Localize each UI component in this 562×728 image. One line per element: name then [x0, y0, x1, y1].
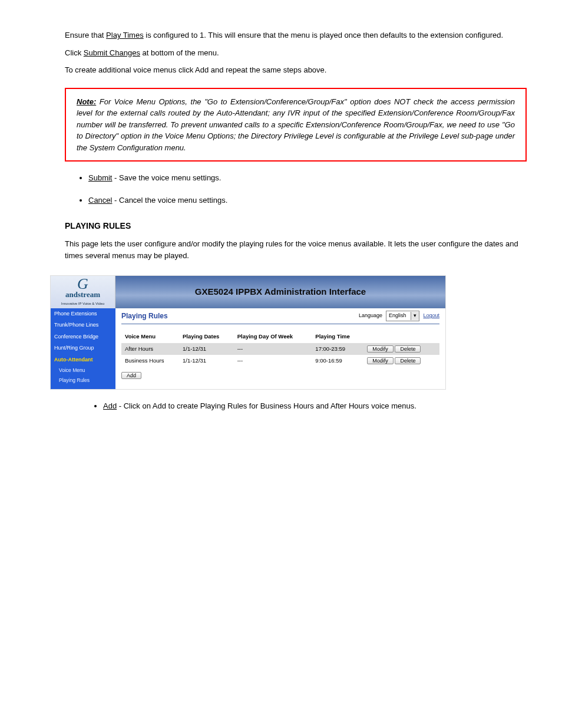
col-playing-dates: Playing Dates [179, 330, 234, 343]
logo-brand: andstream [65, 290, 100, 299]
logo-tagline: Innovative IP Voice & Video [61, 302, 105, 305]
doc-add-list: Add - Click on Add to create Playing Rul… [103, 400, 527, 412]
cell-voice-menu: After Hours [121, 343, 179, 355]
table-row: After Hours 1/1-12/31 --- 17:00-23:59 Mo… [121, 343, 439, 355]
doc-para-play-times: Ensure that Play Times is configured to … [65, 29, 527, 41]
rules-table: Voice Menu Playing Dates Playing Day Of … [121, 330, 439, 367]
col-playing-time: Playing Time [312, 330, 363, 343]
doc-option-list: Submit - Save the voice menu settings. C… [88, 172, 527, 206]
sidebar-item-trunk[interactable]: Trunk/Phone Lines [51, 319, 115, 331]
col-day-of-week: Playing Day Of Week [234, 330, 312, 343]
sidebar-item-auto-attendant[interactable]: Auto-Attendant [51, 354, 115, 366]
col-voice-menu: Voice Menu [121, 330, 179, 343]
language-label: Language [359, 312, 382, 320]
note-label: Note: [77, 97, 96, 106]
cell-dow: --- [234, 355, 312, 367]
cell-voice-menu: Business Hours [121, 355, 179, 367]
cell-time: 17:00-23:59 [312, 343, 363, 355]
cell-dates: 1/1-12/31 [179, 343, 234, 355]
modify-button[interactable]: Modify [367, 345, 394, 353]
list-item-add: Add - Click on Add to create Playing Rul… [103, 400, 527, 412]
app-title: GXE5024 IPPBX Administration Interface [115, 276, 445, 308]
app-window: G andstream Innovative IP Voice & Video … [50, 275, 446, 390]
logout-link[interactable]: Logout [423, 312, 439, 320]
logo-area: G andstream Innovative IP Voice & Video [51, 276, 115, 308]
chevron-down-icon: ▾ [411, 312, 419, 320]
cell-dow: --- [234, 343, 312, 355]
delete-button[interactable]: Delete [395, 357, 421, 364]
add-button[interactable]: Add [121, 372, 141, 379]
note-box: Note: For Voice Menu Options, the "Go to… [65, 88, 527, 162]
cell-time: 9:00-16:59 [312, 355, 363, 367]
logo-mark-icon: G [61, 278, 105, 291]
list-item-submit: Submit - Save the voice menu settings. [88, 172, 527, 184]
app-header: G andstream Innovative IP Voice & Video … [51, 276, 445, 308]
content-title: Playing Rules [121, 311, 168, 321]
table-row: Business Hours 1/1-12/31 --- 9:00-16:59 … [121, 355, 439, 367]
modify-button[interactable]: Modify [367, 357, 394, 364]
sidebar-item-hunt-ring[interactable]: Hunt/Ring Group [51, 342, 115, 354]
sidebar-sub-voice-menu[interactable]: Voice Menu [51, 365, 115, 375]
cell-dates: 1/1-12/31 [179, 355, 234, 367]
language-value: English [386, 311, 411, 321]
content-area: Playing Rules Language English ▾ Logout … [115, 308, 445, 386]
sidebar-item-conf-bridge[interactable]: Conference Bridge [51, 331, 115, 343]
delete-button[interactable]: Delete [395, 345, 421, 353]
doc-para-additional: To create additional voice menus click A… [65, 64, 527, 76]
list-item-cancel: Cancel - Cancel the voice menu settings. [88, 195, 527, 206]
note-body: For Voice Menu Options, the "Go to Exten… [77, 97, 515, 152]
sidebar-item-phone-ext[interactable]: Phone Extensions [51, 308, 115, 320]
sidebar-sub-playing-rules[interactable]: Playing Rules [51, 375, 115, 386]
sidebar: Phone Extensions Trunk/Phone Lines Confe… [51, 308, 115, 389]
section-heading-playing-rules: PLAYING RULES [65, 220, 527, 232]
language-select[interactable]: English ▾ [386, 311, 420, 321]
section-body-playing-rules: This page lets the user configure and/or… [65, 238, 527, 261]
doc-para-submit-changes: Click Submit Changes at bottom of the me… [65, 47, 527, 59]
